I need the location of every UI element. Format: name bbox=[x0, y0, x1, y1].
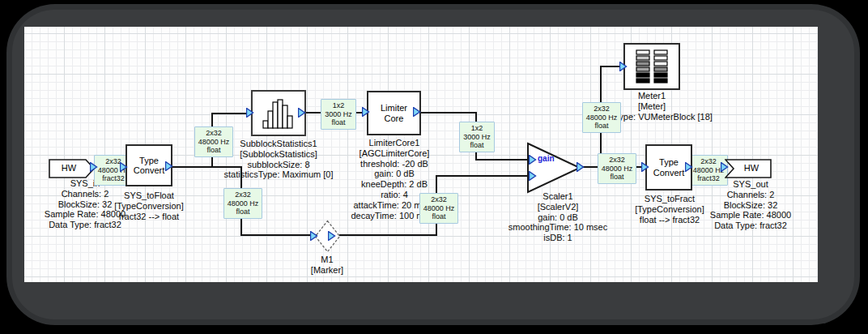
histogram-icon bbox=[262, 97, 296, 130]
marker-input-pin-icon[interactable] bbox=[310, 231, 318, 241]
sys-out-hw-block[interactable]: HW bbox=[725, 159, 772, 178]
scaler-triangle-icon bbox=[526, 142, 583, 194]
type-convert-label: TypeConvert bbox=[653, 157, 685, 178]
sys-to-float-input-pin-icon[interactable] bbox=[120, 162, 128, 172]
wire-label: 1x23000 Hzfloat bbox=[459, 122, 495, 152]
meter-input-pin-icon[interactable] bbox=[619, 62, 628, 71]
wire-label: 2x3248000 Hzfloat bbox=[419, 193, 458, 224]
screenshot-stage: SYS_inChannels: 2BlockSize: 32Sample Rat… bbox=[0, 0, 868, 334]
marker-output-pin-icon[interactable] bbox=[328, 231, 336, 241]
wire-marker-out[interactable] bbox=[339, 234, 437, 236]
scaler-block[interactable] bbox=[526, 142, 583, 194]
sys-to-fract-input-pin-icon[interactable] bbox=[641, 162, 649, 172]
sys-in-output-pin-icon[interactable] bbox=[90, 162, 98, 172]
scaler-audio-input-pin-icon[interactable] bbox=[529, 171, 537, 181]
wire-typeconvert-branch[interactable] bbox=[172, 166, 242, 168]
type-convert-label: TypeConvert bbox=[134, 156, 165, 176]
sys-to-float-annotation: SYS_toFloat[TypeConversion]fract32 --> f… bbox=[92, 191, 206, 221]
wire-to-scaler-audio[interactable] bbox=[436, 175, 533, 177]
sys-to-fract-output-pin-icon[interactable] bbox=[685, 162, 693, 172]
scaler-gain-pin-label: gain bbox=[538, 154, 555, 163]
wire-to-marker[interactable] bbox=[240, 234, 317, 236]
marker-annotation: M1[Marker] bbox=[295, 255, 360, 276]
scaler-annotation: Scaler1[ScalerV2]gain: 0 dBsmoothingTime… bbox=[493, 191, 623, 243]
wire-label: 2x3248000 Hzfloat bbox=[582, 102, 621, 133]
vu-meter-icon bbox=[633, 49, 670, 84]
limiter-output-pin-icon[interactable] bbox=[413, 107, 421, 117]
scaler-output-pin-icon[interactable] bbox=[577, 162, 585, 172]
wire-label: 2x3248000 Hzfloat bbox=[194, 126, 233, 157]
wire-limiter-out[interactable] bbox=[420, 112, 477, 113]
hw-label: HW bbox=[728, 163, 775, 173]
limiter-input-pin-icon[interactable] bbox=[362, 107, 370, 117]
scaler-gain-input-pin-icon[interactable] bbox=[529, 155, 537, 165]
meter-block[interactable] bbox=[623, 43, 680, 90]
sys-to-float-output-pin-icon[interactable] bbox=[165, 161, 173, 171]
wire-label: 2x3248000 Hzfloat bbox=[598, 153, 636, 184]
wire-to-scaler-gain[interactable] bbox=[475, 159, 533, 161]
sys-out-input-pin-icon[interactable] bbox=[721, 162, 729, 172]
wire-label: 2x3248000 Hzfloat bbox=[223, 188, 262, 219]
sys-out-annotation: SYS_outChannels: 2BlockSize: 32Sample Ra… bbox=[690, 179, 811, 231]
subblock-input-pin-icon[interactable] bbox=[246, 108, 254, 118]
subblock-output-pin-icon[interactable] bbox=[298, 108, 306, 118]
wire-label: 1x23000 Hzfloat bbox=[321, 99, 356, 130]
limiter-core-label: LimiterCore bbox=[381, 103, 407, 123]
hw-label: HW bbox=[45, 163, 92, 173]
sys-in-hw-block[interactable]: HW bbox=[49, 159, 96, 178]
